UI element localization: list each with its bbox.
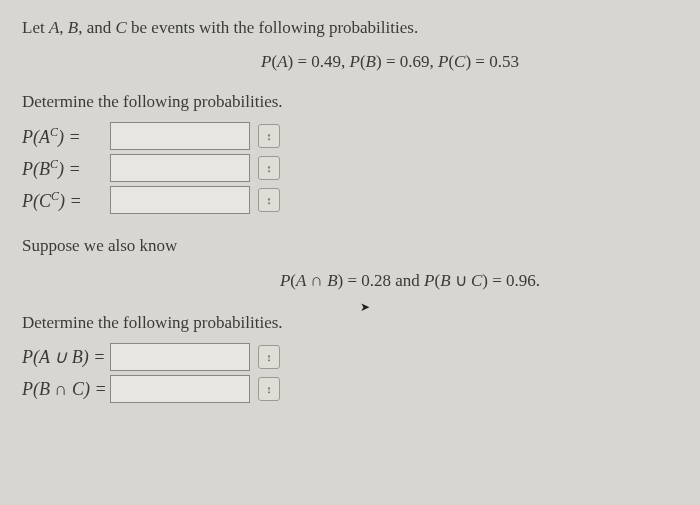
- row-p-c-complement: P(CC) = ↕: [22, 186, 678, 214]
- row-p-a-union-b: P(A ∪ B) = ↕: [22, 343, 678, 371]
- input-p-b-intersect-c[interactable]: [110, 375, 250, 403]
- input-p-b-complement[interactable]: [110, 154, 250, 182]
- suppose-text: Suppose we also know: [22, 236, 678, 256]
- additional-probabilities: P(A ∩ B) = 0.28 and P(B ∪ C) = 0.96.: [22, 270, 678, 291]
- row-p-a-complement: P(AC) = ↕: [22, 122, 678, 150]
- cursor-icon: ➤: [360, 300, 370, 315]
- intro-text: Let A, B, and C be events with the follo…: [22, 18, 678, 38]
- input-p-a-complement[interactable]: [110, 122, 250, 150]
- stepper-p-a-union-b[interactable]: ↕: [258, 345, 280, 369]
- row-p-b-intersect-c: P(B ∩ C) = ↕: [22, 375, 678, 403]
- stepper-p-b-intersect-c[interactable]: ↕: [258, 377, 280, 401]
- label-p-a-union-b: P(A ∪ B) =: [22, 346, 110, 368]
- stepper-p-a-complement[interactable]: ↕: [258, 124, 280, 148]
- input-p-c-complement[interactable]: [110, 186, 250, 214]
- label-p-b-intersect-c: P(B ∩ C) =: [22, 379, 110, 400]
- given-probabilities: P(A) = 0.49, P(B) = 0.69, P(C) = 0.53: [22, 52, 678, 72]
- label-p-b-complement: P(BC) =: [22, 157, 110, 180]
- label-p-c-complement: P(CC) =: [22, 189, 110, 212]
- row-p-b-complement: P(BC) = ↕: [22, 154, 678, 182]
- label-p-a-complement: P(AC) =: [22, 125, 110, 148]
- stepper-p-c-complement[interactable]: ↕: [258, 188, 280, 212]
- section-2-label: Determine the following probabilities.: [22, 313, 678, 333]
- section-1-label: Determine the following probabilities.: [22, 92, 678, 112]
- stepper-p-b-complement[interactable]: ↕: [258, 156, 280, 180]
- input-p-a-union-b[interactable]: [110, 343, 250, 371]
